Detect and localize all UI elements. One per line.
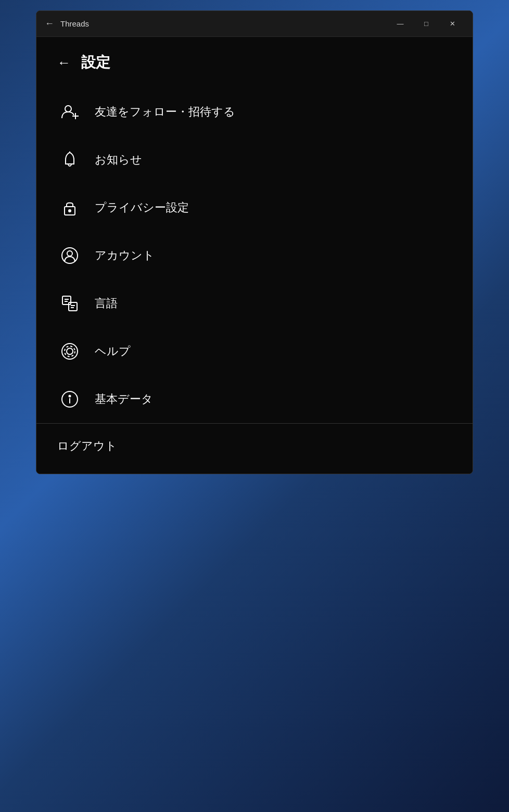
menu-label-account: アカウント bbox=[95, 248, 155, 263]
menu-label-about: 基本データ bbox=[95, 391, 153, 407]
settings-back-button[interactable]: ← bbox=[57, 55, 71, 71]
translate-icon bbox=[57, 291, 82, 316]
menu-label-privacy: プライバシー設定 bbox=[95, 200, 189, 215]
titlebar-back-button[interactable]: ← bbox=[45, 18, 54, 29]
help-circle-icon bbox=[57, 339, 82, 364]
app-window: ← Threads — □ ✕ ← 設定 bbox=[36, 10, 473, 474]
menu-item-account[interactable]: アカウント bbox=[36, 232, 473, 280]
svg-rect-12 bbox=[69, 302, 77, 311]
settings-header: ← 設定 bbox=[36, 37, 473, 83]
menu-item-notifications[interactable]: お知らせ bbox=[36, 136, 473, 184]
info-circle-icon bbox=[57, 387, 82, 412]
titlebar-title: Threads bbox=[60, 19, 388, 28]
svg-point-8 bbox=[67, 251, 72, 256]
window-controls: — □ ✕ bbox=[388, 16, 464, 32]
minimize-button[interactable]: — bbox=[388, 16, 412, 32]
menu-item-language[interactable]: 言語 bbox=[36, 280, 473, 327]
settings-title: 設定 bbox=[81, 53, 110, 72]
menu-label-follow-invite: 友達をフォロー・招待する bbox=[95, 104, 235, 120]
svg-point-0 bbox=[65, 106, 71, 112]
menu-item-follow-invite[interactable]: 友達をフォロー・招待する bbox=[36, 88, 473, 136]
logout-item[interactable]: ログアウト bbox=[36, 424, 473, 468]
menu-item-privacy[interactable]: プライバシー設定 bbox=[36, 184, 473, 232]
person-circle-icon bbox=[57, 243, 82, 268]
bell-icon bbox=[57, 147, 82, 172]
logout-label: ログアウト bbox=[57, 438, 117, 454]
menu-label-help: ヘルプ bbox=[95, 344, 131, 359]
maximize-button[interactable]: □ bbox=[414, 16, 438, 32]
menu-item-about[interactable]: 基本データ bbox=[36, 375, 473, 423]
title-bar: ← Threads — □ ✕ bbox=[36, 11, 473, 37]
close-button[interactable]: ✕ bbox=[440, 16, 464, 32]
app-content: ← 設定 友達をフォロー・招待する bbox=[36, 37, 473, 474]
menu-item-help[interactable]: ヘルプ bbox=[36, 327, 473, 375]
svg-point-16 bbox=[67, 348, 73, 354]
svg-rect-9 bbox=[62, 296, 71, 304]
svg-point-6 bbox=[69, 210, 71, 212]
menu-list: 友達をフォロー・招待する お知らせ bbox=[36, 83, 473, 474]
menu-label-language: 言語 bbox=[95, 296, 118, 311]
add-person-icon bbox=[57, 99, 82, 124]
menu-label-notifications: お知らせ bbox=[95, 152, 142, 168]
svg-point-20 bbox=[69, 396, 71, 397]
lock-icon bbox=[57, 195, 82, 220]
